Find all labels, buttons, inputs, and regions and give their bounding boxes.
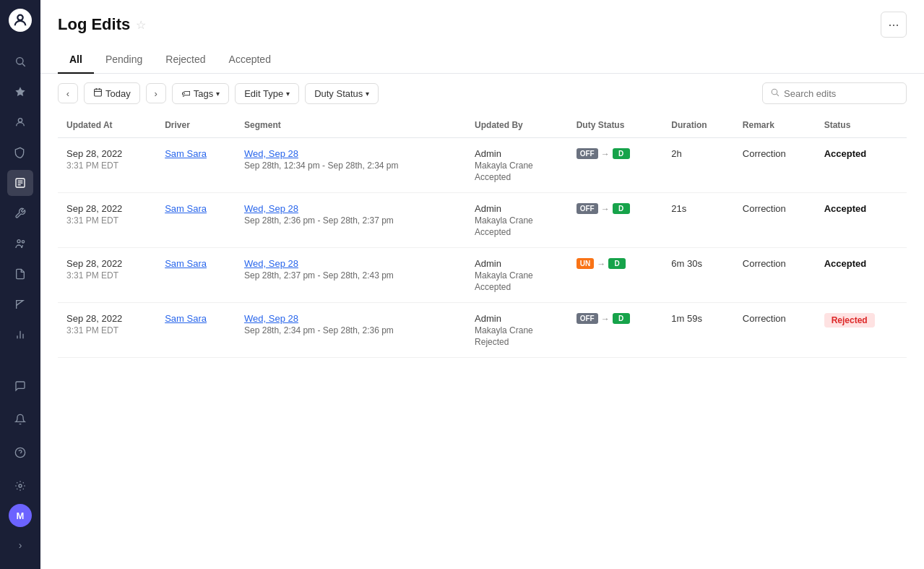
driver-link[interactable]: Sam Sara [165, 313, 207, 324]
cell-segment[interactable]: Wed, Sep 28 Sep 28th, 12:34 pm - Sep 28t… [236, 138, 466, 193]
duty-to-badge: D [613, 203, 630, 214]
page-header: Log Edits ☆ ··· [40, 0, 924, 38]
duty-status-label: Duty Status [314, 88, 363, 99]
col-updated-at: Updated At [58, 113, 156, 138]
sidebar-item-logs[interactable] [7, 170, 33, 196]
status-badge: Accepted [824, 258, 867, 269]
sidebar-item-settings[interactable] [7, 473, 33, 499]
sidebar-item-reports[interactable] [7, 261, 33, 287]
cell-remark: Correction [734, 303, 816, 358]
page-title: Log Edits [58, 15, 130, 34]
segment-link[interactable]: Wed, Sep 28 [244, 203, 298, 214]
title-row: Log Edits ☆ [58, 15, 146, 34]
cell-duty-status: OFF → D [568, 303, 663, 358]
tab-rejected[interactable]: Rejected [154, 46, 217, 74]
svg-rect-18 [95, 89, 102, 96]
edit-type-chevron: ▾ [286, 90, 290, 98]
cell-updated-by: Admin Makayla Crane Accepted [466, 193, 568, 248]
sidebar-expand[interactable]: › [7, 532, 33, 558]
edit-type-label: Edit Type [244, 88, 283, 99]
prev-button[interactable]: ‹ [58, 83, 78, 103]
main-content: Log Edits ☆ ··· All Pending Rejected Acc… [40, 0, 924, 569]
cell-driver[interactable]: Sam Sara [156, 193, 236, 248]
sidebar-item-chat[interactable] [7, 373, 33, 399]
cell-duration: 21s [662, 193, 734, 248]
svg-point-9 [17, 240, 20, 243]
duty-status-button[interactable]: Duty Status ▾ [305, 83, 379, 104]
cell-duty-status: OFF → D [568, 193, 663, 248]
edit-type-button[interactable]: Edit Type ▾ [235, 83, 299, 104]
tab-all[interactable]: All [58, 46, 94, 74]
cell-updated-at: Sep 28, 2022 3:31 PM EDT [58, 303, 156, 358]
sidebar-item-team[interactable] [7, 231, 33, 257]
col-status: Status [816, 113, 907, 138]
updated-by-name: Admin [475, 203, 559, 214]
cell-duration: 6m 30s [662, 248, 734, 303]
tab-accepted[interactable]: Accepted [217, 46, 282, 74]
favorite-icon[interactable]: ☆ [136, 18, 146, 32]
segment-link[interactable]: Wed, Sep 28 [244, 313, 298, 324]
arrow-icon: → [597, 259, 605, 269]
today-button[interactable]: Today [84, 82, 140, 104]
sidebar-logo[interactable] [9, 9, 32, 32]
cell-status: Accepted [816, 248, 907, 303]
sidebar-item-help[interactable] [7, 440, 33, 466]
updated-by-name: Admin [475, 258, 559, 269]
status-badge: Accepted [824, 148, 867, 159]
cell-duty-status: OFF → D [568, 138, 663, 193]
updated-by-action: Rejected [475, 337, 559, 347]
sidebar-item-flags[interactable] [7, 291, 33, 317]
duty-status-flow: OFF → D [577, 313, 655, 324]
cell-segment[interactable]: Wed, Sep 28 Sep 28th, 2:34 pm - Sep 28th… [236, 303, 466, 358]
sidebar-item-search[interactable] [7, 48, 33, 74]
updated-by-name: Admin [475, 148, 559, 159]
tab-pending[interactable]: Pending [94, 46, 154, 74]
tags-chevron: ▾ [216, 90, 220, 98]
tabs: All Pending Rejected Accepted [40, 46, 924, 74]
table-row: Sep 28, 2022 3:31 PM EDT Sam Sara Wed, S… [58, 248, 907, 303]
tags-button[interactable]: 🏷 Tags ▾ [172, 83, 229, 104]
cell-segment[interactable]: Wed, Sep 28 Sep 28th, 2:37 pm - Sep 28th… [236, 248, 466, 303]
cell-updated-by: Admin Makayla Crane Rejected [466, 303, 568, 358]
cell-remark: Correction [734, 248, 816, 303]
svg-point-1 [17, 58, 23, 64]
updated-by-sub: Makayla Crane [475, 270, 559, 281]
driver-link[interactable]: Sam Sara [165, 148, 207, 159]
driver-link[interactable]: Sam Sara [165, 258, 207, 269]
segment-link[interactable]: Wed, Sep 28 [244, 258, 298, 269]
table-row: Sep 28, 2022 3:31 PM EDT Sam Sara Wed, S… [58, 138, 907, 193]
cell-driver[interactable]: Sam Sara [156, 248, 236, 303]
cell-segment[interactable]: Wed, Sep 28 Sep 28th, 2:36 pm - Sep 28th… [236, 193, 466, 248]
duty-status-chevron: ▾ [366, 90, 369, 98]
edits-table: Updated At Driver Segment Updated By Dut… [58, 113, 907, 358]
cell-updated-at: Sep 28, 2022 3:31 PM EDT [58, 193, 156, 248]
next-button[interactable]: › [146, 83, 166, 103]
driver-link[interactable]: Sam Sara [165, 203, 207, 214]
cell-driver[interactable]: Sam Sara [156, 303, 236, 358]
more-button[interactable]: ··· [881, 12, 907, 38]
status-badge: Accepted [824, 203, 867, 214]
sidebar-item-notifications[interactable] [7, 406, 33, 432]
segment-link[interactable]: Wed, Sep 28 [244, 148, 298, 159]
sidebar-item-analytics[interactable] [7, 322, 33, 348]
cell-status: Accepted [816, 138, 907, 193]
duty-from-badge: UN [577, 258, 594, 269]
avatar[interactable]: M [9, 504, 32, 527]
col-segment: Segment [236, 113, 466, 138]
updated-by-action: Accepted [475, 282, 559, 292]
search-input[interactable] [784, 88, 899, 99]
sidebar-item-compliance[interactable] [7, 140, 33, 166]
sidebar: M › [0, 0, 40, 569]
cell-remark: Correction [734, 138, 816, 193]
duty-status-flow: UN → D [577, 258, 655, 269]
duty-to-badge: D [613, 148, 630, 159]
updated-by-sub: Makayla Crane [475, 215, 559, 226]
sidebar-item-drivers[interactable] [7, 109, 33, 135]
col-driver: Driver [156, 113, 236, 138]
cell-driver[interactable]: Sam Sara [156, 138, 236, 193]
sidebar-item-favorites[interactable] [7, 79, 33, 105]
search-box[interactable] [762, 82, 907, 104]
updated-by-name: Admin [475, 313, 559, 324]
duty-from-badge: OFF [577, 313, 598, 324]
sidebar-item-tools[interactable] [7, 200, 33, 226]
